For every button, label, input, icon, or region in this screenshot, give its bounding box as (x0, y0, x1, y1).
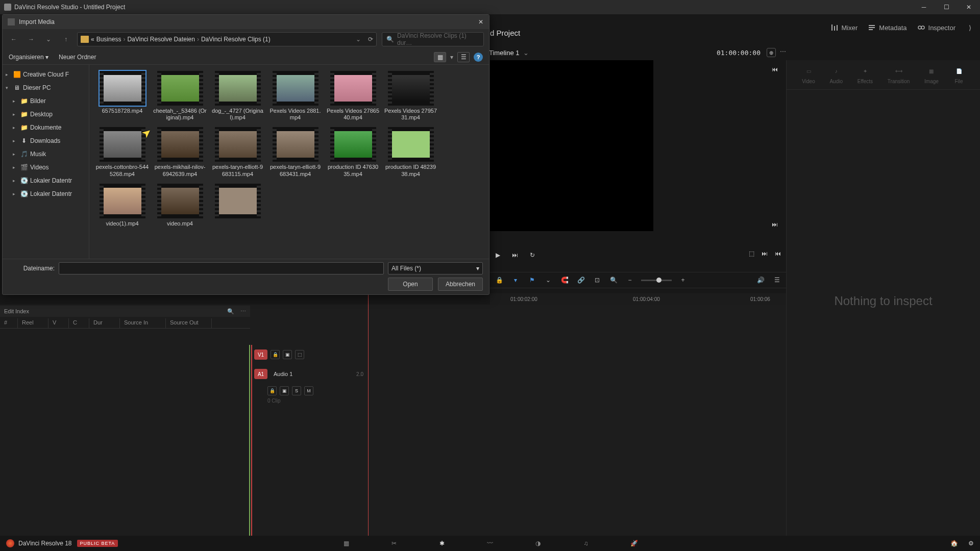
file-item[interactable]: Pexels Videos 2786540.mp4 (326, 71, 380, 121)
inspector-effects-tab[interactable]: ✦Effects (857, 65, 873, 84)
timeline-ruler[interactable]: 01:00:02:00 01:00:04:00 01:00:06 (490, 293, 786, 305)
expand-panel-button[interactable]: ⟩ (966, 23, 974, 32)
link-button[interactable]: 🔗 (576, 275, 586, 285)
maximize-button[interactable]: ☐ (935, 0, 958, 14)
file-item[interactable]: pexels-cottonbro-5445268.mp4 (95, 127, 149, 177)
metadata-toggle[interactable]: Metadata (868, 23, 906, 32)
cancel-button[interactable]: Abbrechen (438, 278, 483, 291)
list-view-button[interactable]: ☰ (457, 52, 470, 62)
search-icon[interactable]: 🔍 (227, 308, 234, 315)
solo-button[interactable]: S (292, 386, 301, 395)
tree-item[interactable]: ▸🎵Musik (3, 147, 89, 161)
breadcrumb-segment[interactable]: DaVinci Resolve Clips (1) (201, 36, 271, 43)
breadcrumb-segment[interactable]: DaVinci Resolve Dateien (127, 36, 195, 43)
loop-button[interactable]: ↻ (527, 250, 537, 260)
snap-button[interactable]: 🧲 (559, 275, 570, 285)
timecode-options-button[interactable]: ⊕ (767, 48, 776, 57)
open-button[interactable]: Open (388, 278, 433, 291)
file-item[interactable]: Pexels Videos 2795731.mp4 (384, 71, 437, 121)
next-frame-button[interactable]: ⏭ (510, 250, 520, 260)
zoom-fit-button[interactable]: ⊡ (592, 275, 602, 285)
inspector-file-tab[interactable]: 📄File (953, 65, 965, 84)
file-filter-dropdown[interactable]: All Files (*) ▾ (388, 262, 483, 274)
inspector-audio-tab[interactable]: ♪Audio (829, 65, 843, 84)
inspector-transition-tab[interactable]: ⟷Transition (888, 65, 910, 84)
tree-item[interactable]: ▸📁Dokumente (3, 121, 89, 134)
tree-item[interactable]: ▾🖥Dieser PC (3, 81, 89, 94)
nav-up-button[interactable]: ↑ (60, 33, 72, 45)
zoom-out-button[interactable]: − (625, 275, 635, 285)
timeline-options-button[interactable]: ☰ (772, 275, 782, 285)
zoom-slider[interactable] (641, 280, 672, 281)
auto-select-button[interactable]: ▣ (283, 350, 292, 359)
close-button[interactable]: ✕ (958, 0, 980, 14)
video-track-header[interactable]: V1 🔒 ▣ ⬚ (250, 345, 368, 364)
tree-item[interactable]: ▸💽Lokaler Datentr (3, 174, 89, 187)
tree-item[interactable]: ▸⬇Downloads (3, 134, 89, 147)
lock-track-button[interactable]: 🔒 (271, 350, 280, 359)
flag-dropdown[interactable]: ⌄ (543, 275, 553, 285)
edit-page-button[interactable]: ✱ (436, 537, 448, 549)
fusion-page-button[interactable]: 〰 (484, 537, 496, 549)
home-button[interactable]: 🏠 (950, 540, 958, 547)
match-frame-button[interactable]: ⬚ (749, 250, 754, 257)
a1-selector[interactable]: A1 (254, 369, 267, 379)
go-start-button[interactable]: ⏮ (775, 250, 781, 257)
file-item[interactable]: video.mp4 (153, 184, 207, 227)
file-item[interactable]: production ID 4763035.mp4 (326, 127, 380, 177)
flag-button[interactable]: ⚑ (527, 275, 537, 285)
audio-meter-button[interactable]: 🔊 (755, 275, 766, 285)
settings-button[interactable]: ⚙ (968, 540, 974, 547)
filename-input[interactable] (59, 262, 384, 274)
breadcrumb[interactable]: « Business › DaVinci Resolve Dateien › D… (77, 32, 377, 46)
inspector-toggle[interactable]: Inspector (917, 23, 955, 32)
file-item[interactable]: production ID 4823938.mp4 (384, 127, 437, 177)
search-button[interactable]: 🔍 (608, 275, 619, 285)
file-item[interactable]: 657518728.mp4 (95, 71, 149, 121)
go-end-button[interactable]: ⏭ (762, 250, 768, 257)
timeline-name[interactable]: Timeline 1 ⌄ (489, 49, 529, 57)
file-item[interactable]: pexels-taryn-elliott-9683431.mp4 (268, 127, 322, 177)
jump-first-button[interactable]: ⏮ (769, 63, 781, 76)
file-item[interactable]: pexels-mikhail-nilov-6942639.mp4 (153, 127, 207, 177)
edit-index-options[interactable]: ⋯ (240, 308, 246, 315)
search-input[interactable]: 🔍 DaVinci Resolve Clips (1) dur… (382, 32, 484, 46)
inspector-video-tab[interactable]: ▭Video (802, 65, 815, 84)
tree-item[interactable]: ▸🎬Videos (3, 161, 89, 174)
inspector-image-tab[interactable]: ▦Image (924, 65, 939, 84)
cut-page-button[interactable]: ✂ (388, 537, 400, 549)
deliver-page-button[interactable]: 🚀 (628, 537, 640, 549)
track-view-button[interactable]: ⬚ (295, 350, 304, 359)
organize-dropdown[interactable]: Organisieren ▾ (9, 54, 48, 61)
minimize-button[interactable]: ─ (913, 0, 935, 14)
tree-item[interactable]: ▸💽Lokaler Datentr (3, 187, 89, 201)
timeline-canvas[interactable] (0, 305, 786, 536)
lock-button[interactable]: 🔒 (494, 275, 504, 285)
timecode-display[interactable]: 01:00:00:00 (717, 49, 761, 57)
file-item[interactable]: pexels-taryn-elliott-9683115.mp4 (211, 127, 264, 177)
mixer-toggle[interactable]: Mixer (830, 23, 858, 32)
dialog-titlebar[interactable]: Import Media ✕ (3, 15, 489, 29)
fairlight-page-button[interactable]: ♫ (580, 537, 592, 549)
dialog-close-button[interactable]: ✕ (477, 18, 485, 26)
breadcrumb-segment[interactable]: Business (96, 36, 121, 43)
file-item[interactable]: Pexels Videos 2881.mp4 (268, 71, 322, 121)
file-item[interactable]: dog_-_4727 (Original).mp4 (211, 71, 264, 121)
v1-selector[interactable]: V1 (254, 349, 267, 360)
new-folder-button[interactable]: Neuer Ordner (59, 54, 96, 61)
file-item[interactable] (211, 184, 264, 227)
file-item[interactable]: video(1).mp4 (95, 184, 149, 227)
file-item[interactable]: cheetah_-_53486 (Original).mp4 (153, 71, 207, 121)
refresh-button[interactable]: ⟳ (368, 36, 373, 43)
zoom-in-button[interactable]: + (678, 275, 688, 285)
tree-item[interactable]: ▸📁Bilder (3, 94, 89, 108)
media-page-button[interactable]: ▦ (340, 537, 352, 549)
tree-item[interactable]: ▸📁Desktop (3, 108, 89, 121)
lock-audio-button[interactable]: 🔒 (267, 386, 277, 395)
tree-item[interactable]: ▸🟧Creative Cloud F (3, 68, 89, 81)
auto-select-audio-button[interactable]: ▣ (280, 386, 289, 395)
breadcrumb-dropdown[interactable]: ⌄ (356, 36, 361, 43)
view-dropdown[interactable]: ▾ (450, 54, 453, 61)
playhead[interactable] (368, 293, 369, 536)
thumbnail-view-button[interactable]: ▦ (434, 52, 446, 62)
